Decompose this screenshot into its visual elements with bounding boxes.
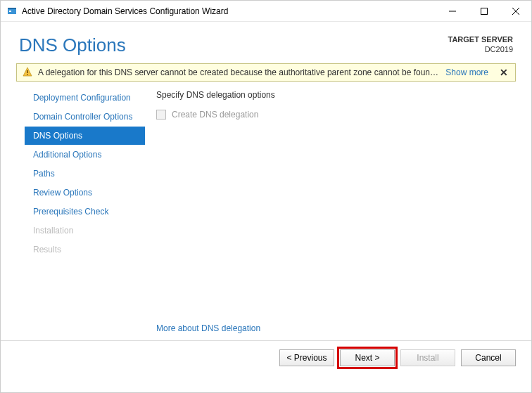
create-dns-delegation-checkbox[interactable] xyxy=(156,110,166,120)
page-title: DNS Options xyxy=(19,34,126,56)
warning-bar: A delegation for this DNS server cannot … xyxy=(16,63,516,82)
create-dns-delegation-row: Create DNS delegation xyxy=(156,110,510,120)
svg-rect-4 xyxy=(481,8,487,14)
nav-results: Results xyxy=(25,240,145,259)
content-pane: Specify DNS delegation options Create DN… xyxy=(145,86,531,336)
nav-domain-controller-options[interactable]: Domain Controller Options xyxy=(25,108,145,126)
target-server-name: DC2019 xyxy=(448,44,514,54)
warning-close-button[interactable]: ✕ xyxy=(498,67,509,78)
svg-rect-9 xyxy=(27,74,27,75)
app-icon xyxy=(6,6,18,17)
header: DNS Options TARGET SERVER DC2019 xyxy=(1,22,531,63)
footer: < Previous Next > Install Cancel xyxy=(1,341,531,366)
section-heading: Specify DNS delegation options xyxy=(156,90,510,100)
previous-button[interactable]: < Previous xyxy=(279,349,334,366)
nav-deployment-configuration[interactable]: Deployment Configuration xyxy=(25,89,145,107)
nav-installation: Installation xyxy=(25,221,145,240)
nav-additional-options[interactable]: Additional Options xyxy=(25,146,145,164)
create-dns-delegation-label: Create DNS delegation xyxy=(172,110,258,120)
minimize-button[interactable] xyxy=(436,1,468,21)
more-about-dns-delegation-link[interactable]: More about DNS delegation xyxy=(156,323,510,336)
nav-dns-options[interactable]: DNS Options xyxy=(25,127,145,145)
close-button[interactable] xyxy=(500,1,531,21)
svg-rect-2 xyxy=(9,11,11,12)
body: Deployment Configuration Domain Controll… xyxy=(1,82,531,336)
wizard-nav: Deployment Configuration Domain Controll… xyxy=(1,86,145,336)
nav-review-options[interactable]: Review Options xyxy=(25,183,145,202)
install-button: Install xyxy=(400,349,455,366)
next-button[interactable]: Next > xyxy=(340,349,395,366)
svg-rect-1 xyxy=(8,8,16,9)
warning-icon xyxy=(23,67,32,79)
nav-paths[interactable]: Paths xyxy=(25,165,145,183)
titlebar: Active Directory Domain Services Configu… xyxy=(1,1,531,22)
target-server-block: TARGET SERVER DC2019 xyxy=(448,34,514,55)
nav-prerequisites-check[interactable]: Prerequisites Check xyxy=(25,202,145,221)
window-controls xyxy=(436,1,531,21)
maximize-button[interactable] xyxy=(468,1,500,21)
warning-show-more-link[interactable]: Show more xyxy=(445,67,488,77)
cancel-button[interactable]: Cancel xyxy=(461,349,516,366)
window-title: Active Directory Domain Services Configu… xyxy=(22,6,436,16)
warning-text: A delegation for this DNS server cannot … xyxy=(38,67,440,77)
target-label: TARGET SERVER xyxy=(448,34,514,44)
svg-rect-8 xyxy=(27,70,27,73)
